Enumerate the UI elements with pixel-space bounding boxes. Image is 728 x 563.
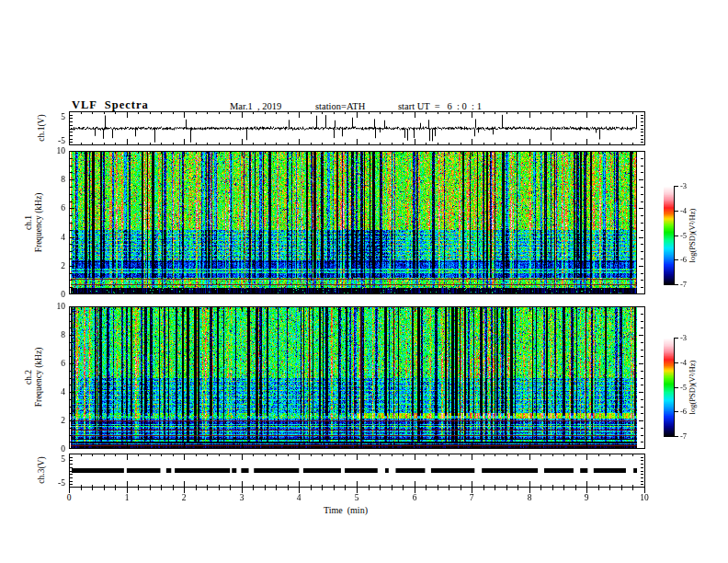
tick-mark: [173, 292, 174, 294]
tick-mark: [598, 488, 599, 490]
tick-mark: [641, 356, 643, 357]
tick-mark: [345, 306, 346, 309]
tick-mark: [70, 266, 74, 267]
tick-mark: [552, 143, 553, 145]
tick-mark: [461, 306, 461, 309]
tick-mark: [644, 289, 645, 294]
tick-mark: [369, 488, 370, 490]
tick-mark: [276, 151, 277, 154]
tick-mark: [138, 151, 139, 154]
tick-mark: [472, 454, 472, 460]
tick-mark: [641, 477, 643, 478]
tick-mark: [392, 292, 392, 294]
tick-mark: [70, 371, 73, 372]
tick-mark: [196, 446, 197, 449]
tick-mark: [242, 289, 243, 294]
tick-mark: [92, 111, 93, 114]
tick-mark: [70, 230, 73, 231]
tick-mark: [242, 111, 243, 118]
frequency-tick-label: 8: [41, 330, 65, 339]
tick-mark: [265, 143, 266, 145]
tick-mark: [641, 172, 643, 173]
colorbar-tick-label: -4: [680, 359, 687, 367]
tick-mark: [357, 289, 358, 294]
tick-mark: [81, 306, 82, 309]
tick-mark: [641, 428, 643, 429]
tick-mark: [641, 460, 643, 461]
tick-mark: [184, 151, 185, 156]
tick-mark: [184, 443, 185, 449]
tick-mark: [644, 443, 645, 449]
tick-mark: [138, 111, 139, 114]
tick-mark: [518, 111, 518, 114]
tick-mark: [438, 292, 438, 294]
tick-mark: [104, 454, 105, 456]
tick-mark: [609, 306, 610, 309]
tick-mark: [115, 151, 116, 154]
tick-mark: [70, 356, 73, 357]
tick-mark: [641, 321, 643, 322]
tick-mark: [92, 151, 93, 154]
colorbar-ch1: [664, 186, 674, 285]
tick-mark: [161, 306, 162, 309]
tick-mark: [415, 151, 415, 156]
tick-mark: [632, 111, 633, 114]
tick-mark: [207, 306, 208, 309]
tick-mark: [415, 289, 415, 294]
tick-mark: [70, 287, 73, 288]
tick-mark: [609, 292, 610, 294]
tick-mark: [426, 151, 427, 154]
tick-mark: [380, 446, 381, 449]
colorbar-tick-label: -5: [680, 232, 687, 240]
tick-mark: [299, 306, 300, 312]
tick-mark: [641, 407, 643, 408]
tick-mark: [540, 488, 541, 490]
tick-mark: [641, 280, 643, 281]
tick-mark: [345, 111, 346, 114]
tick-mark: [161, 488, 162, 490]
tick-mark: [207, 151, 208, 154]
frequency-tick-label: 2: [41, 261, 65, 270]
frequency-tick-label: 8: [41, 175, 65, 184]
tick-mark: [173, 454, 174, 456]
time-tick-label: 6: [405, 493, 424, 502]
tick-mark: [426, 292, 427, 294]
tick-mark: [415, 481, 415, 488]
tick-mark: [299, 481, 300, 488]
tick-mark: [495, 292, 495, 294]
tick-mark: [70, 201, 73, 202]
tick-mark: [639, 208, 643, 209]
tick-mark: [380, 488, 381, 490]
tick-mark: [598, 151, 599, 154]
tick-mark: [196, 143, 197, 145]
tick-mark: [403, 488, 404, 490]
tick-mark: [641, 158, 643, 159]
tick-mark: [483, 151, 484, 154]
tick-mark: [345, 446, 346, 449]
tick-mark: [127, 306, 128, 312]
tick-mark: [563, 111, 564, 114]
tick-mark: [230, 446, 231, 449]
tick-mark: [639, 237, 643, 238]
tick-mark: [150, 111, 151, 114]
tick-mark: [70, 327, 73, 328]
tick-mark: [540, 446, 541, 449]
frequency-tick-label: 6: [41, 203, 65, 213]
frequency-tick-label: 0: [41, 290, 65, 299]
tick-mark: [552, 446, 553, 449]
station-label: station=ATH: [315, 101, 365, 111]
tick-mark: [70, 321, 73, 322]
time-tick-label: 2: [175, 493, 193, 502]
tick-mark: [641, 342, 643, 343]
tick-mark: [334, 111, 335, 114]
tick-mark: [449, 292, 449, 294]
tick-mark: [644, 454, 645, 460]
tick-mark: [104, 151, 105, 154]
tick-mark: [70, 314, 73, 315]
tick-mark: [150, 292, 151, 294]
tick-mark: [392, 151, 392, 154]
tick-mark: [495, 446, 495, 449]
tick-mark: [104, 488, 105, 490]
voltage-tick-label: -5: [41, 478, 65, 488]
tick-mark: [70, 280, 73, 281]
